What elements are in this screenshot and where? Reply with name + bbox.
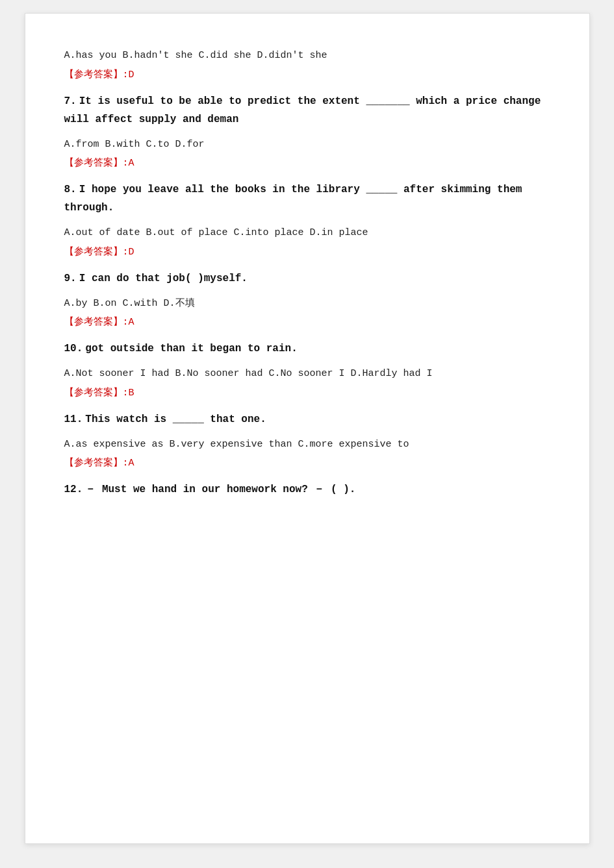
question-10-options: A.Not sooner I had B.No sooner had C.No … xyxy=(64,366,550,382)
question-10-text: 10.got outside than it began to rain. xyxy=(64,340,550,358)
exam-page: A.has you B.hadn't she C.did she D.didn'… xyxy=(25,13,590,844)
top-options: A.has you B.hadn't she C.did she D.didn'… xyxy=(64,47,550,81)
question-8-text: 8.I hope you leave all the books in the … xyxy=(64,180,550,217)
question-8: 8.I hope you leave all the books in the … xyxy=(64,180,550,258)
question-11: 11.This watch is _____ that one. A.as ex… xyxy=(64,410,550,469)
question-12-text: 12.－ Must we hand in our homework now? －… xyxy=(64,480,550,499)
question-7: 7.It is useful to be able to predict the… xyxy=(64,92,550,169)
question-10: 10.got outside than it began to rain. A.… xyxy=(64,340,550,399)
question-11-options: A.as expensive as B.very expensive than … xyxy=(64,436,550,453)
question-9-text: 9.I can do that job( )myself. xyxy=(64,269,550,288)
question-12: 12.－ Must we hand in our homework now? －… xyxy=(64,480,550,499)
question-7-text: 7.It is useful to be able to predict the… xyxy=(64,92,550,129)
question-9: 9.I can do that job( )myself. A.by B.on … xyxy=(64,269,550,329)
top-options-text: A.has you B.hadn't she C.did she D.didn'… xyxy=(64,47,550,64)
top-answer: 【参考答案】:D xyxy=(64,68,550,81)
question-10-answer: 【参考答案】:B xyxy=(64,386,550,399)
question-11-answer: 【参考答案】:A xyxy=(64,456,550,469)
question-8-options: A.out of date B.out of place C.into plac… xyxy=(64,225,550,242)
question-7-options: A.from B.with C.to D.for xyxy=(64,136,550,153)
question-9-answer: 【参考答案】:A xyxy=(64,316,550,328)
question-11-text: 11.This watch is _____ that one. xyxy=(64,410,550,428)
question-9-options: A.by B.on C.with D.不填 xyxy=(64,295,550,312)
question-8-answer: 【参考答案】:D xyxy=(64,245,550,258)
question-7-answer: 【参考答案】:A xyxy=(64,156,550,169)
